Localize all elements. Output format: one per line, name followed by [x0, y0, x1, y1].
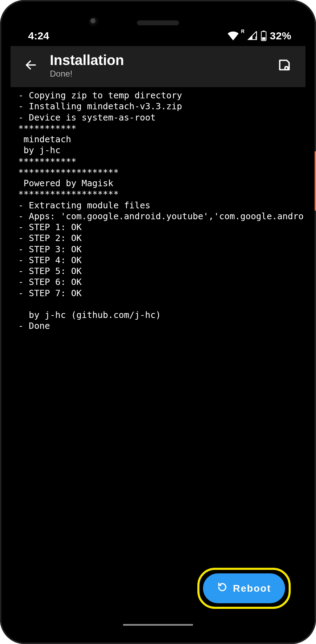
power-button — [315, 151, 316, 211]
reboot-button[interactable]: Reboot — [203, 573, 285, 603]
install-log[interactable]: - Copying zip to temp directory - Instal… — [11, 87, 305, 334]
page-title: Installation — [50, 52, 265, 68]
camera-dot — [88, 17, 100, 28]
status-right-cluster: R ! 32% — [228, 30, 291, 42]
arrow-back-icon — [24, 58, 38, 73]
page-subtitle: Done! — [50, 69, 265, 79]
title-wrap: Installation Done! — [50, 52, 265, 79]
wifi-icon — [228, 31, 239, 40]
reboot-highlight: Reboot — [197, 568, 291, 609]
svg-text:!: ! — [255, 35, 257, 40]
save-icon — [277, 58, 291, 73]
battery-percent: 32% — [270, 30, 291, 42]
svg-rect-5 — [285, 67, 288, 70]
signal-icon: ! — [247, 31, 258, 40]
nav-indicator[interactable] — [123, 624, 193, 626]
status-bar: 4:24 R ! — [11, 11, 305, 46]
svg-rect-3 — [262, 37, 266, 40]
save-log-button[interactable] — [275, 57, 294, 75]
app-bar: Installation Done! — [11, 46, 305, 87]
phone-frame: 4:24 R ! — [0, 0, 316, 644]
restart-icon — [217, 582, 228, 595]
back-button[interactable] — [22, 57, 39, 74]
battery-icon — [261, 31, 267, 41]
reboot-label: Reboot — [233, 583, 271, 594]
screen: 4:24 R ! — [11, 11, 305, 633]
status-time: 4:24 — [28, 30, 49, 42]
speaker-slit — [137, 20, 179, 25]
roaming-badge: R — [241, 28, 244, 34]
